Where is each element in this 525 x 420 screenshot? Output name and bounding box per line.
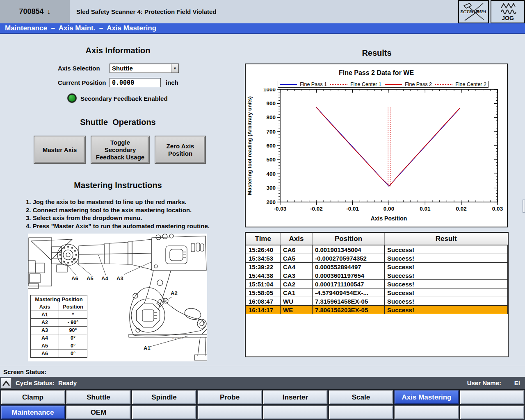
secondary-feedback-label: Secondary Feedback Enabled — [80, 95, 168, 102]
result-row[interactable]: 15:26:40CA60.001901345004Success! — [246, 245, 508, 254]
cycle-status-label: Cycle Status: — [16, 379, 55, 386]
results-chart-panel: Fine Pass 2 Data for WE Fine Pass 1Fine … — [245, 64, 508, 227]
result-cell-axis: WE — [281, 306, 313, 314]
result-cell-result: Success! — [385, 263, 508, 271]
result-cell-axis: CA6 — [281, 245, 313, 254]
result-row[interactable]: 15:39:22CA40.000552894497Success! — [246, 263, 508, 271]
result-cell-position: 0.000552894497 — [313, 263, 385, 271]
result-cell-time: 15:58:05 — [246, 288, 281, 297]
softkey-scale[interactable]: Scale — [329, 390, 393, 404]
softkey-oem[interactable]: OEM — [66, 405, 131, 420]
screen-status-bar: Screen Status: — [0, 366, 525, 377]
softkey-empty — [263, 405, 328, 420]
mastering-row: A1* — [31, 311, 87, 319]
instruction-step: 2. Connect mastering tool to the axis ma… — [26, 206, 210, 214]
axis-text: 200 — [266, 199, 276, 205]
legend-label: Fine Center 1 — [350, 82, 381, 87]
mastering-cell: * — [59, 311, 87, 319]
master-axis-button[interactable]: Master Axis — [34, 136, 86, 164]
mastering-cell: A2 — [31, 319, 59, 327]
mastering-cell: A5 — [31, 342, 59, 350]
user-name-value: El — [514, 379, 520, 386]
result-cell-time: 16:08:47 — [246, 297, 281, 306]
result-cell-position: 0.0001711100547 — [313, 280, 385, 288]
user-name-label: User Name: — [467, 379, 501, 386]
result-row[interactable]: 15:34:53CA5-0.0002705974352Success! — [246, 254, 508, 263]
result-cell-position: 0.001901345004 — [313, 245, 385, 254]
mastering-cell: 0° — [59, 350, 87, 358]
instruction-step: 1. Jog the axis to be mastered to line u… — [26, 198, 210, 206]
legend-label: Fine Center 2 — [455, 82, 486, 87]
mastering-col-header: Axis — [31, 303, 59, 311]
legend-line-sample — [385, 84, 402, 85]
result-row[interactable]: 16:14:17WE7.806156203EX-05Success! — [246, 306, 508, 314]
axis-text: 0.01 — [420, 206, 431, 212]
result-cell-axis: CA5 — [281, 254, 313, 263]
softkey-axis-mastering[interactable]: Axis Mastering — [394, 390, 459, 404]
legend-item: Fine Center 2 — [435, 82, 486, 87]
axis-label-a4: A4 — [101, 275, 108, 282]
result-cell-result: Success! — [385, 271, 508, 280]
mastering-cell: A1 — [31, 311, 59, 319]
axis-label-a6: A6 — [71, 275, 78, 282]
result-row[interactable]: 15:58:05CA1-4.579409454EX-...Success! — [246, 288, 508, 297]
result-cell-result: Success! — [385, 280, 508, 288]
result-cell-axis: CA3 — [281, 271, 313, 280]
zero-axis-position-button[interactable]: Zero Axis Position — [155, 136, 206, 164]
softkey-maintenance[interactable]: Maintenance — [0, 405, 65, 420]
hmi-screen: 700854 ↓ Sled Safety Scanner 4: Protecti… — [0, 0, 525, 420]
softkey-empty — [197, 405, 262, 420]
axis-label-a5: A5 — [87, 275, 94, 282]
mastering-cell: 90° — [59, 327, 87, 334]
legend-line-sample — [280, 84, 297, 85]
robot-diagram: A6 A5 A4 A3 A2 A1 KUKA Mastering Positio… — [28, 234, 207, 361]
alarm-message: Sled Safety Scanner 4: Protection Field … — [76, 0, 216, 23]
legend-label: Fine Pass 1 — [300, 82, 327, 87]
instruction-step: 4. Press "Master Axis" to run the automa… — [26, 222, 210, 230]
chevron-down-icon[interactable]: ▼ — [171, 64, 178, 73]
chart-title: Fine Pass 2 Data for WE — [246, 69, 507, 77]
result-row[interactable]: 15:51:04CA20.0001711100547Success! — [246, 280, 508, 288]
results-table-panel: TimeAxisPositionResult15:26:40CA60.00190… — [245, 232, 509, 357]
softkey-spindle[interactable]: Spindle — [132, 390, 196, 404]
chart-plot: -0.03-0.02-0.010.000.010.020.03200300400… — [246, 89, 507, 225]
mastering-row: A2- 90° — [31, 319, 87, 327]
axis-selection-dropdown[interactable]: Shuttle ▼ — [110, 64, 179, 73]
result-cell-result: Success! — [385, 306, 508, 314]
collapse-status-button[interactable] — [1, 378, 11, 388]
axis-selection-label: Axis Selection — [58, 65, 100, 72]
chart-legend: Fine Pass 1Fine Center 1Fine Pass 2Fine … — [278, 81, 488, 88]
axis-label-a1: A1 — [144, 345, 151, 351]
cycle-status-value: Ready — [58, 379, 77, 386]
softkey-shuttle[interactable]: Shuttle — [66, 390, 131, 404]
mastering-position-table: Mastering PositionAxisPositionA1*A2- 90°… — [30, 295, 87, 358]
mastering-col-header: Position — [59, 303, 87, 311]
current-position-input[interactable] — [110, 78, 161, 87]
jog-mode-button[interactable]: JOG — [491, 0, 525, 23]
softkey-clamp[interactable]: Clamp — [0, 390, 65, 404]
axis-information-title: Axis Information — [0, 46, 236, 55]
screen-status-label: Screen Status: — [3, 368, 46, 375]
mastering-cell: 0° — [59, 334, 87, 342]
result-cell-position: -4.579409454EX-... — [313, 288, 385, 297]
axis-label-a3: A3 — [116, 275, 123, 282]
axis-selection-value: Shuttle — [110, 65, 171, 72]
results-table: TimeAxisPositionResult15:26:40CA60.00190… — [246, 233, 508, 314]
alarm-id-box[interactable]: 700854 ↓ — [0, 0, 70, 23]
softkey-probe[interactable]: Probe — [197, 390, 262, 404]
scrollbar-thumb[interactable] — [523, 200, 525, 213]
mastering-row: A50° — [31, 342, 87, 350]
result-cell-time: 16:14:17 — [246, 306, 281, 314]
current-position-label: Current Position — [58, 79, 106, 86]
axis-text: 800 — [266, 114, 276, 120]
result-cell-position: -0.0002705974352 — [313, 254, 385, 263]
result-cell-result: Success! — [385, 245, 508, 254]
softkey-grid: ClampShuttleSpindleProbeInserterScaleAxi… — [0, 389, 525, 420]
results-col-header: Time — [246, 233, 281, 245]
result-row[interactable]: 15:44:38CA30.0003601197654Success! — [246, 271, 508, 280]
legend-item: Fine Center 1 — [330, 82, 381, 87]
result-row[interactable]: 16:08:47WU7.315961458EX-05Success! — [246, 297, 508, 306]
result-cell-time: 15:44:38 — [246, 271, 281, 280]
softkey-inserter[interactable]: Inserter — [263, 390, 328, 404]
toggle-secondary-feedback-button[interactable]: Toggle Secondary Feedback Usage — [91, 136, 150, 164]
